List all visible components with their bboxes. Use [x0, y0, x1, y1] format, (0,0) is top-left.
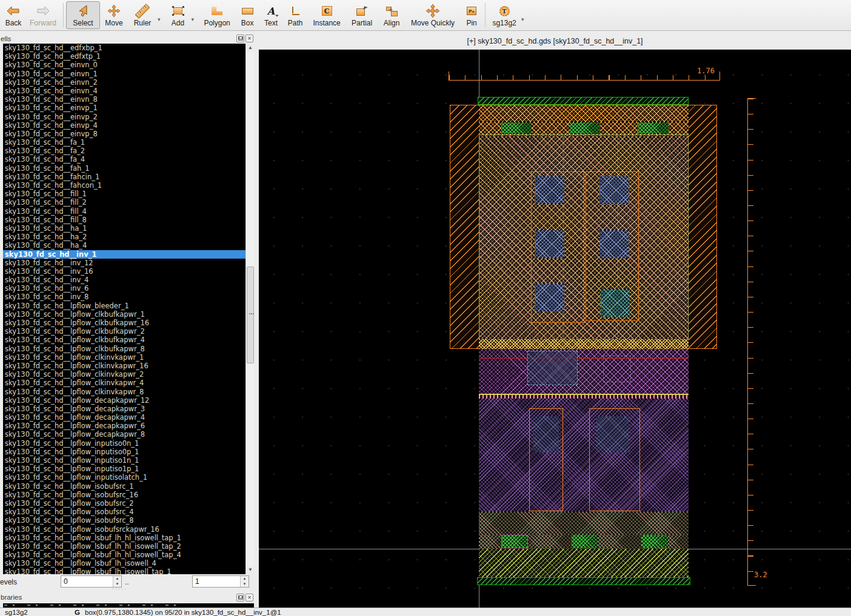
add-dropdown-icon[interactable]: ▾	[192, 16, 195, 22]
cell-list-item[interactable]: sky130_fd_sc_hd__lpflow_clkinvkapwr_1	[3, 353, 245, 362]
pin-mode-button[interactable]: P₊ Pin	[461, 1, 482, 29]
cell-list-item[interactable]: sky130_fd_sc_hd__ha_2	[3, 233, 245, 241]
layer-contact	[596, 416, 630, 452]
box-mode-button[interactable]: Box	[235, 1, 259, 29]
technology-selector-button[interactable]: T sg13g2	[488, 1, 521, 29]
cell-list-item[interactable]: sky130_fd_sc_hd__lpflow_isobufsrc_1	[3, 482, 245, 491]
panel-canvas-splitter[interactable]	[255, 33, 259, 608]
cell-list-item[interactable]: sky130_fd_sc_hd__lpflow_decapkapwr_12	[3, 396, 245, 405]
float-panel-icon[interactable]	[236, 594, 244, 601]
cell-list-item[interactable]: sky130_fd_sc_hd__lpflow_inputiso0p_1	[3, 448, 245, 456]
cell-list-item[interactable]: sky130_fd_sc_hd__lpflow_lsbuf_lh_isowell…	[3, 568, 245, 574]
back-button[interactable]: Back	[1, 1, 25, 29]
spinner-arrows[interactable]: ▲▼	[240, 576, 249, 587]
cell-list-item[interactable]: sky130_fd_sc_hd__fa_2	[3, 147, 245, 155]
add-button[interactable]: Add	[165, 1, 191, 29]
cell-list-item[interactable]: sky130_fd_sc_hd__fill_4	[3, 207, 245, 216]
cell-list-item[interactable]: sky130_fd_sc_hd__einvn_8	[3, 95, 245, 104]
cell-list-item[interactable]: sky130_fd_sc_hd__lpflow_clkbufkapwr_4	[3, 336, 245, 344]
scroll-up-icon[interactable]: ▲	[246, 44, 255, 52]
panel-splitter-handle[interactable]: ·····	[112, 588, 133, 590]
level-to-spinbox[interactable]: 1 ▲▼	[192, 575, 249, 588]
cell-list-item[interactable]: sky130_fd_sc_hd__lpflow_isobufsrckapwr_1…	[3, 525, 245, 534]
cell-list-item[interactable]: sky130_fd_sc_hd__lpflow_bleeder_1	[3, 302, 245, 310]
layout-canvas[interactable]: 1.76 3.2	[259, 50, 851, 608]
cell-list-item[interactable]: sky130_fd_sc_hd__einvn_1	[3, 70, 245, 78]
cell-list-item[interactable]: sky130_fd_sc_hd__fill_2	[3, 198, 245, 207]
cell-list-item[interactable]: sky130_fd_sc_hd__fah_1	[3, 164, 245, 173]
cell-list-item[interactable]: sky130_fd_sc_hd__lpflow_isobufsrc_8	[3, 516, 245, 525]
ruler-dropdown-icon[interactable]: ▾	[158, 16, 161, 22]
cell-list-item[interactable]: sky130_fd_sc_hd__lpflow_isobufsrc_2	[3, 499, 245, 508]
forward-button[interactable]: Forward	[25, 1, 61, 29]
cell-list-item[interactable]: sky130_fd_sc_hd__inv_4	[3, 276, 245, 284]
cell-list-item[interactable]: sky130_fd_sc_hd__ha_1	[3, 224, 245, 233]
cell-list-item[interactable]: sky130_fd_sc_hd__inv_6	[3, 284, 245, 293]
float-panel-icon[interactable]	[236, 35, 244, 42]
cell-list-item[interactable]: sky130_fd_sc_hd__lpflow_clkbufkapwr_1	[3, 310, 245, 319]
cell-list-item[interactable]: sky130_fd_sc_hd__einvn_2	[3, 78, 245, 87]
cells-scrollbar[interactable]: ▲ ▼	[245, 44, 254, 574]
cell-list-item[interactable]: sky130_fd_sc_hd__lpflow_clkinvkapwr_8	[3, 388, 245, 396]
move-quickly-button[interactable]: Move Quickly	[405, 1, 461, 29]
cell-list-item[interactable]: sky130_fd_sc_hd__lpflow_decapkapwr_8	[3, 430, 245, 439]
cell-list-item[interactable]: sky130_fd_sc_hd__lpflow_clkinvkapwr_2	[3, 370, 245, 379]
cell-list-item[interactable]: sky130_fd_sc_hd__einvp_4	[3, 121, 245, 130]
partial-mode-button[interactable]: Partial	[345, 1, 378, 29]
horizontal-ruler-annotation[interactable]	[449, 71, 720, 81]
cell-list-item[interactable]: sky130_fd_sc_hd__einvn_4	[3, 87, 245, 95]
cell-list-item[interactable]: sky130_fd_sc_hd__fill_8	[3, 216, 245, 224]
cell-list-item[interactable]: sky130_fd_sc_hd__lpflow_lsbuf_lh_hl_isow…	[3, 534, 245, 542]
cell-list-item[interactable]: sky130_fd_sc_hd__lpflow_inputiso1n_1	[3, 456, 245, 465]
cell-list-item[interactable]: sky130_fd_sc_hd__lpflow_inputisolatch_1	[3, 473, 245, 482]
cell-list-item[interactable]: sky130_fd_sc_hd__lpflow_lsbuf_lh_hl_isow…	[3, 542, 245, 551]
cell-list-item[interactable]: sky130_fd_sc_hd__lpflow_clkinvkapwr_4	[3, 379, 245, 387]
cell-list-item[interactable]: sky130_fd_sc_hd__einvn_0	[3, 61, 245, 69]
instance-mode-button[interactable]: C Instance	[308, 1, 345, 29]
cell-list-item[interactable]: sky130_fd_sc_hd__inv_16	[3, 267, 245, 276]
cell-list-item[interactable]: sky130_fd_sc_hd__lpflow_isobufsrc_4	[3, 508, 245, 516]
cell-list-item[interactable]: sky130_fd_sc_hd__lpflow_clkbufkapwr_8	[3, 345, 245, 353]
layer-nsdm-band	[479, 512, 689, 535]
cell-list-item[interactable]: sky130_fd_sc_hd__lpflow_clkinvkapwr_16	[3, 362, 245, 370]
cell-list-item[interactable]: sky130_fd_sc_hd__lpflow_clkbufkapwr_2	[3, 327, 245, 336]
scrollbar-thumb[interactable]	[247, 267, 254, 363]
cell-list-item[interactable]: sky130_fd_sc_hd__lpflow_isobufsrc_16	[3, 491, 245, 499]
ruler-mode-button[interactable]: Ruler	[128, 1, 157, 29]
cell-list-item[interactable]: sky130_fd_sc_hd__inv_12	[3, 259, 245, 267]
cell-list-item[interactable]: sky130_fd_sc_hd__einvp_1	[3, 104, 245, 112]
select-mode-button[interactable]: Select	[66, 1, 100, 29]
close-panel-icon[interactable]	[245, 35, 253, 42]
polygon-mode-button[interactable]: Polygon	[199, 1, 235, 29]
cell-list-item[interactable]: sky130_fd_sc_hd__inv_1	[3, 250, 245, 259]
vertical-ruler-annotation[interactable]	[747, 98, 756, 586]
cell-list-item[interactable]: sky130_fd_sc_hd__lpflow_decapkapwr_4	[3, 413, 245, 422]
cell-list-item[interactable]: sky130_fd_sc_hd__fahcin_1	[3, 173, 245, 181]
cell-list-item[interactable]: sky130_fd_sc_hd__lpflow_inputiso0n_1	[3, 439, 245, 448]
close-panel-icon[interactable]	[245, 594, 253, 601]
cell-list-item[interactable]: sky130_fd_sc_hd__lpflow_decapkapwr_3	[3, 405, 245, 413]
cell-list-item[interactable]: sky130_fd_sc_hd__inv_8	[3, 293, 245, 301]
cell-list-item[interactable]: sky130_fd_sc_hd__lpflow_clkbufkapwr_16	[3, 319, 245, 327]
cell-list-item[interactable]: sky130_fd_sc_hd__lpflow_decapkapwr_6	[3, 422, 245, 430]
cell-list-item[interactable]: sky130_fd_sc_hd__fahcon_1	[3, 181, 245, 190]
cell-list-item[interactable]: sky130_fd_sc_hd__lpflow_inputiso1p_1	[3, 465, 245, 473]
technology-dropdown-icon[interactable]: ▾	[521, 16, 524, 22]
cell-list-item[interactable]: sky130_fd_sc_hd__edfxbp_1	[3, 44, 245, 52]
cell-list-item[interactable]: sky130_fd_sc_hd__lpflow_lsbuf_lh_isowell…	[3, 559, 245, 568]
cells-list[interactable]: sky130_fd_sc_hd__edfxbp_1sky130_fd_sc_hd…	[3, 44, 245, 574]
cell-list-item[interactable]: sky130_fd_sc_hd__lpflow_lsbuf_lh_hl_isow…	[3, 551, 245, 559]
cell-list-item[interactable]: sky130_fd_sc_hd__einvp_8	[3, 130, 245, 138]
text-mode-button[interactable]: A Text	[259, 1, 282, 29]
cell-list-item[interactable]: sky130_fd_sc_hd__fa_4	[3, 155, 245, 164]
cell-list-item[interactable]: sky130_fd_sc_hd__einvp_2	[3, 113, 245, 121]
cell-list-item[interactable]: sky130_fd_sc_hd__fill_1	[3, 190, 245, 198]
cell-list-item[interactable]: sky130_fd_sc_hd__ha_4	[3, 241, 245, 250]
align-button[interactable]: Align	[378, 1, 405, 29]
cell-list-item[interactable]: sky130_fd_sc_hd__fa_1	[3, 138, 245, 147]
scroll-down-icon[interactable]: ▼	[246, 566, 255, 574]
move-mode-button[interactable]: Move	[100, 1, 128, 29]
add-icon	[173, 3, 182, 19]
path-mode-button[interactable]: Path	[282, 1, 308, 29]
cell-list-item[interactable]: sky130_fd_sc_hd__edfxtp_1	[3, 52, 245, 61]
